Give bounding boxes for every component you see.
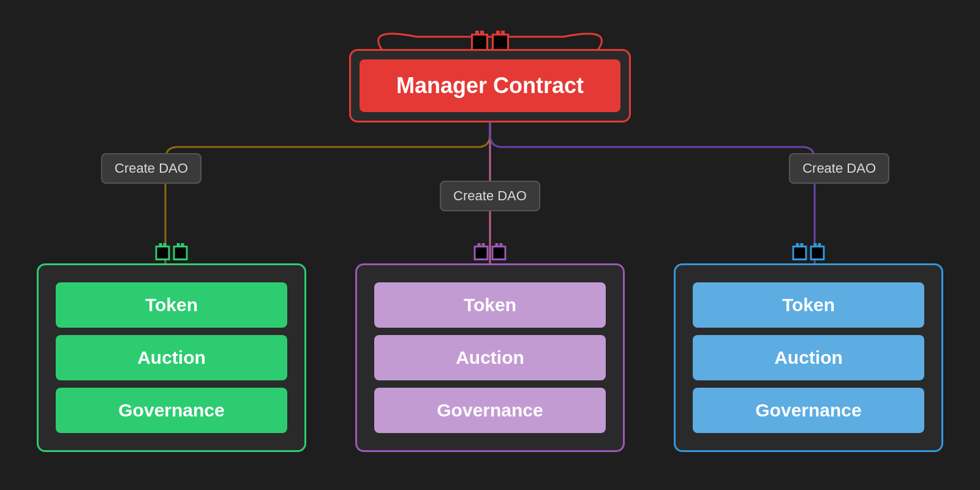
dao-blue-plug-2 [810, 246, 825, 260]
manager-contract-node: Manager Contract [349, 49, 631, 123]
dao-green-token: Token [56, 282, 287, 328]
dao-green-governance: Governance [56, 388, 287, 433]
create-dao-label-right: Create DAO [789, 153, 889, 184]
dao-purple-plug-2 [492, 246, 507, 260]
dao-green: Token Auction Governance [37, 263, 306, 452]
dao-purple-auction: Auction [374, 335, 606, 380]
diagram: Manager Contract Create DAO Create DAO C… [0, 0, 980, 490]
plug-block-2 [492, 34, 509, 51]
dao-blue-inner: Token Auction Governance [684, 274, 933, 442]
dao-blue-governance: Governance [693, 388, 924, 433]
dao-blue-auction: Auction [693, 335, 924, 380]
dao-green-plug-1 [156, 246, 170, 260]
dao-blue: Token Auction Governance [674, 263, 943, 452]
dao-purple-token: Token [374, 282, 606, 328]
manager-inner-box: Manager Contract [360, 59, 620, 112]
create-dao-label-center: Create DAO [440, 181, 540, 211]
dao-purple: Token Auction Governance [355, 263, 625, 452]
dao-green-auction: Auction [56, 335, 287, 380]
dao-purple-plugin [474, 246, 507, 260]
dao-blue-plugin [793, 246, 825, 260]
create-dao-label-left: Create DAO [101, 153, 202, 184]
dao-purple-plug-1 [474, 246, 489, 260]
manager-title: Manager Contract [396, 73, 584, 98]
dao-green-plug-2 [173, 246, 188, 260]
dao-green-plugin [156, 246, 188, 260]
dao-blue-token: Token [693, 282, 924, 328]
manager-outer-box: Manager Contract [349, 49, 631, 123]
dao-blue-plug-1 [793, 246, 807, 260]
manager-plugin-icon [471, 34, 509, 51]
dao-green-inner: Token Auction Governance [47, 274, 296, 442]
dao-purple-inner: Token Auction Governance [366, 274, 614, 442]
plug-block-1 [471, 34, 488, 51]
dao-purple-governance: Governance [374, 388, 606, 433]
